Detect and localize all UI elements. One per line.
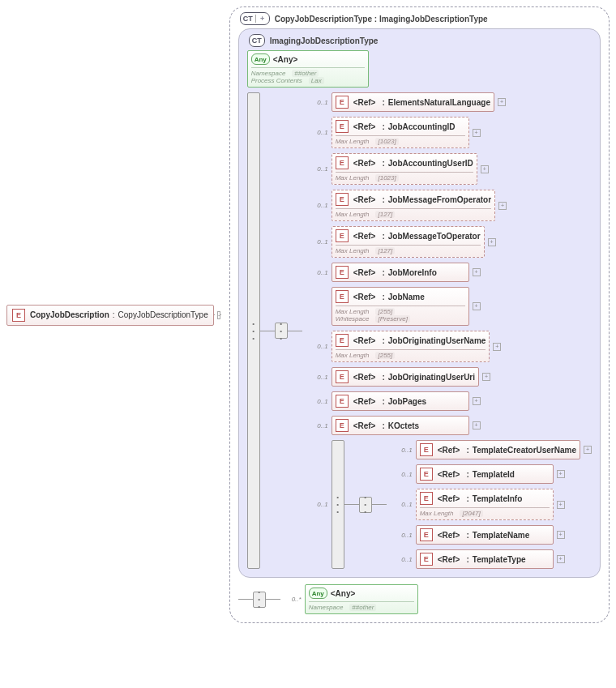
- ref-label: <Ref>: [353, 232, 376, 241]
- expand-stub[interactable]: +: [557, 555, 565, 563]
- expand-stub[interactable]: +: [473, 397, 481, 405]
- any-label: <Any>: [331, 589, 356, 598]
- cardinality: 0..1: [307, 343, 328, 350]
- ref-name: JobName: [388, 293, 425, 301]
- separator: :: [382, 195, 384, 204]
- ref-label: <Ref>: [353, 293, 376, 301]
- element-badge: E: [336, 290, 349, 303]
- sequence-block: • • 0..1E<Ref>:ElementsNaturalLanguage+0…: [247, 92, 592, 569]
- cardinality: 0..1: [307, 165, 328, 173]
- ref-box: E<Ref>:KOctets: [332, 416, 469, 435]
- expand-stub[interactable]: +: [482, 373, 490, 381]
- separator: :: [382, 373, 384, 382]
- ct-badge: CT: [249, 34, 265, 47]
- child-row: 0..1E<Ref>:TemplateInfoMax Length[2047]+: [391, 489, 592, 520]
- connector: [238, 599, 253, 600]
- ref-box: E<Ref>:TemplateId: [416, 464, 554, 484]
- expand-stub[interactable]: +: [498, 202, 507, 210]
- maxlen-value: [127]: [375, 211, 395, 218]
- connector: [266, 599, 280, 600]
- ref-name: JobAccountingID: [388, 122, 456, 131]
- child-row: 0..1E<Ref>:KOctets+: [307, 416, 592, 435]
- expand-stub[interactable]: +: [493, 343, 501, 351]
- ref-name: JobMoreInfo: [388, 268, 437, 277]
- child-row: 0..1E<Ref>:ElementsNaturalLanguage+: [307, 92, 592, 112]
- inner-complex-type: CT ImagingJobDescriptionType Any <Any> N…: [238, 28, 601, 578]
- cardinality: 0..1: [391, 447, 413, 454]
- children-list: 0..1E<Ref>:ElementsNaturalLanguage+0..1E…: [307, 92, 592, 569]
- ref-name: TemplateId: [473, 470, 515, 479]
- cardinality: 0..*: [280, 596, 302, 603]
- ref-name: TemplateName: [473, 531, 529, 540]
- child-row: 0..1E<Ref>:JobAccountingUserIDMax Length…: [307, 153, 592, 185]
- root-element-name: CopyJobDescription: [30, 310, 109, 319]
- expand-stub[interactable]: +: [473, 421, 481, 429]
- separator: :: [382, 232, 384, 241]
- child-row: 0..1E<Ref>:JobOriginatingUserUri+: [307, 367, 592, 387]
- cardinality: 0..1: [307, 374, 328, 381]
- root-element: E CopyJobDescription : CopyJobDescriptio…: [6, 305, 214, 326]
- maxlen-value: [127]: [375, 247, 395, 254]
- whitespace-value: [Preserve]: [375, 315, 409, 323]
- separator: :: [382, 159, 384, 168]
- child-row: 0..1E<Ref>:JobPages+: [307, 391, 592, 411]
- ref-label: <Ref>: [353, 268, 376, 277]
- separator: :: [382, 336, 384, 345]
- expand-stub[interactable]: +: [557, 470, 565, 478]
- any-label: <Any>: [273, 55, 298, 64]
- cardinality: 0..1: [307, 202, 328, 209]
- expand-stub[interactable]: +: [473, 129, 481, 137]
- bottom-any-row: • 0..* Any <Any> Namespace ##other: [238, 584, 601, 614]
- ref-box: E<Ref>:JobOriginatingUserUri: [332, 367, 479, 387]
- inner-ct-title: ImagingJobDescriptionType: [270, 36, 379, 45]
- expand-stub[interactable]: +: [473, 302, 481, 310]
- ref-label: <Ref>: [353, 159, 376, 168]
- colon: :: [113, 310, 115, 319]
- expand-stub[interactable]: +: [498, 98, 506, 106]
- element-badge: E: [420, 553, 433, 566]
- cardinality: 0..1: [391, 556, 413, 563]
- expand-stub[interactable]: +: [481, 165, 489, 173]
- ref-box: E<Ref>:JobOriginatingUserNameMax Length[…: [332, 331, 490, 362]
- any-badge: Any: [309, 588, 327, 599]
- outer-ct-header: CT CopyJobDescriptionType : ImagingJobDe…: [238, 12, 601, 25]
- element-badge: E: [420, 443, 433, 456]
- ref-name: JobOriginatingUserName: [388, 336, 486, 345]
- separator: :: [466, 494, 468, 503]
- expand-stub[interactable]: +: [473, 268, 481, 276]
- child-row: 0..1E<Ref>:TemplateId+: [391, 464, 592, 484]
- separator: :: [382, 98, 384, 107]
- separator: :: [382, 293, 384, 301]
- choice-icon: •: [359, 497, 372, 513]
- cardinality: 0..1: [307, 269, 328, 276]
- expand-stub[interactable]: +: [584, 446, 592, 454]
- ref-label: <Ref>: [353, 98, 376, 107]
- sub-sequence-row: 0..1••0..1E<Ref>:TemplateCreatorUserName…: [307, 440, 592, 569]
- ref-label: <Ref>: [353, 336, 376, 345]
- ref-box: E<Ref>:TemplateName: [416, 525, 554, 545]
- ref-label: <Ref>: [353, 122, 376, 131]
- cardinality: 0..1: [391, 501, 413, 508]
- expand-stub[interactable]: +: [488, 238, 496, 246]
- separator: :: [466, 531, 468, 540]
- any-badge: Any: [251, 53, 270, 65]
- sub-children-list: 0..1E<Ref>:TemplateCreatorUserName+0..1E…: [391, 440, 592, 569]
- connector: [344, 504, 359, 505]
- ref-box: E<Ref>:JobMessageFromOperatorMax Length[…: [332, 190, 495, 221]
- process-label: Process Contents: [251, 77, 302, 84]
- namespace-label: Namespace: [309, 604, 344, 611]
- choice-icon: •: [275, 323, 288, 339]
- element-badge: E: [336, 266, 349, 279]
- cardinality: 0..1: [307, 398, 328, 405]
- element-badge: E: [336, 156, 349, 169]
- maxlen-label: Max Length: [336, 247, 370, 254]
- element-badge: E: [336, 229, 349, 242]
- expand-stub[interactable]: +: [557, 531, 565, 539]
- maxlen-value: [255]: [375, 308, 395, 315]
- separator: :: [466, 470, 468, 479]
- ct-badge: CT: [240, 12, 270, 25]
- ref-name: JobPages: [388, 397, 426, 406]
- namespace-value: ##other: [349, 604, 376, 611]
- child-row: 0..1E<Ref>:JobMessageFromOperatorMax Len…: [307, 190, 592, 221]
- expand-stub[interactable]: +: [557, 501, 565, 509]
